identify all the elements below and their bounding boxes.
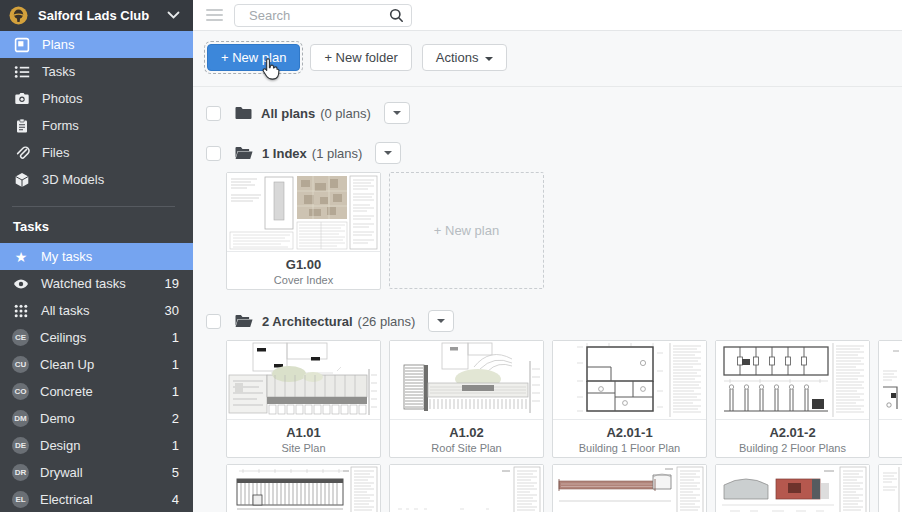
new-folder-button[interactable]: + New folder <box>310 44 411 71</box>
sidebar-item-label: Tasks <box>42 64 75 79</box>
camera-icon <box>13 90 30 107</box>
sidebar-item-ceilings[interactable]: CE Ceilings 1 <box>0 324 193 351</box>
sidebar-item-tasks[interactable]: Tasks <box>0 58 193 85</box>
plan-card-label: A1.01 Site Plan <box>227 420 380 457</box>
plan-title: Site Plan <box>227 442 380 454</box>
sidebar-item-my-tasks[interactable]: ★ My tasks <box>0 243 193 270</box>
tasks-section-title: Tasks <box>0 207 193 243</box>
folder-menu-button[interactable] <box>384 102 410 124</box>
plan-title: Building 2 Floor Plans <box>716 442 869 454</box>
plan-card-partial[interactable] <box>389 464 544 512</box>
task-count: 19 <box>165 276 179 291</box>
plans-content: + New plan + New folder Actions All plan… <box>193 32 902 512</box>
plan-card-label <box>879 420 902 457</box>
project-name: Salford Lads Club <box>38 8 167 23</box>
sidebar-item-3d-models[interactable]: 3D Models <box>0 166 193 193</box>
chevron-down-icon <box>167 11 180 20</box>
topbar <box>193 0 902 31</box>
plan-code: A2.01-2 <box>716 425 869 440</box>
sidebar-item-design[interactable]: DE Design 1 <box>0 432 193 459</box>
plan-thumbnail-sketch <box>553 465 706 512</box>
project-logo-icon <box>9 6 28 25</box>
clipboard-icon <box>13 117 30 134</box>
task-filter-label: All tasks <box>41 303 165 318</box>
category-badge: DR <box>12 464 29 481</box>
sidebar-item-forms[interactable]: Forms <box>0 112 193 139</box>
plan-thumbnail-sketch <box>716 465 869 512</box>
folder-plan-count: (1 plans) <box>312 146 363 161</box>
plan-thumbnail-sketch <box>390 465 543 512</box>
category-badge: CO <box>12 383 29 400</box>
plan-thumbnail-sketch <box>227 341 380 420</box>
folder-menu-button[interactable] <box>428 310 454 332</box>
category-badge: DM <box>12 410 29 427</box>
sidebar-item-files[interactable]: Files <box>0 139 193 166</box>
sidebar-item-label: 3D Models <box>42 172 104 187</box>
plan-card-partial[interactable] <box>715 464 870 512</box>
folder-plan-count: (0 plans) <box>320 106 371 121</box>
folder-menu-button[interactable] <box>375 142 401 164</box>
plan-card-partial[interactable] <box>878 340 902 458</box>
sidebar: Salford Lads Club Plans Tasks Photos For… <box>0 0 193 512</box>
eye-icon <box>12 276 30 292</box>
task-count: 2 <box>172 411 179 426</box>
plan-card-g1-00[interactable]: G1.00 Cover Index <box>226 172 381 290</box>
plan-card-partial[interactable] <box>552 464 707 512</box>
folder-checkbox[interactable] <box>206 314 221 329</box>
plan-thumbnail-sketch <box>716 341 869 420</box>
sidebar-item-photos[interactable]: Photos <box>0 85 193 112</box>
plan-title: Cover Index <box>227 274 380 286</box>
new-plan-button[interactable]: + New plan <box>207 44 300 71</box>
actions-button[interactable]: Actions <box>422 44 508 71</box>
task-filter-label: Concrete <box>40 384 172 399</box>
plan-card-label: G1.00 Cover Index <box>227 252 380 289</box>
plan-card-label: A1.02 Roof Site Plan <box>390 420 543 457</box>
category-badge: CU <box>12 356 29 373</box>
task-count: 1 <box>172 438 179 453</box>
folder-row-index: 1 Index (1 plans) <box>193 141 401 165</box>
sidebar-item-clean-up[interactable]: CU Clean Up 1 <box>0 351 193 378</box>
task-count: 30 <box>165 303 179 318</box>
plan-card-partial[interactable] <box>226 464 381 512</box>
plan-card-a1-01[interactable]: A1.01 Site Plan <box>226 340 381 458</box>
plan-card-a2-01-2[interactable]: A2.01-2 Building 2 Floor Plans <box>715 340 870 458</box>
search-input[interactable] <box>234 4 412 27</box>
star-icon: ★ <box>12 250 30 264</box>
folder-checkbox[interactable] <box>206 146 221 161</box>
sidebar-item-drywall[interactable]: DR Drywall 5 <box>0 459 193 486</box>
folder-checkbox[interactable] <box>206 106 221 121</box>
plan-card-label: A2.01-1 Building 1 Floor Plan <box>553 420 706 457</box>
plan-card-a1-02[interactable]: A1.02 Roof Site Plan <box>389 340 544 458</box>
task-filter-label: Ceilings <box>40 330 172 345</box>
folder-name: 2 Architectural <box>262 314 353 329</box>
plan-code: A1.02 <box>390 425 543 440</box>
sidebar-item-concrete[interactable]: CO Concrete 1 <box>0 378 193 405</box>
task-filter-label: Clean Up <box>40 357 172 372</box>
sidebar-item-plans[interactable]: Plans <box>0 31 193 58</box>
actions-button-label: Actions <box>436 50 479 65</box>
task-filter-label: Drywall <box>40 465 172 480</box>
sidebar-item-electrical[interactable]: EL Electrical 4 <box>0 486 193 512</box>
folder-name: All plans <box>261 106 315 121</box>
project-switcher[interactable]: Salford Lads Club <box>0 0 193 31</box>
task-filter-label: Electrical <box>40 492 172 507</box>
plan-card-a2-01-1[interactable]: A2.01-1 Building 1 Floor Plan <box>552 340 707 458</box>
plan-title: Roof Site Plan <box>390 442 543 454</box>
task-count: 4 <box>172 492 179 507</box>
folder-closed-icon <box>235 106 252 120</box>
sidebar-item-label: Photos <box>42 91 82 106</box>
folder-open-icon <box>235 314 253 328</box>
task-filter-label: My tasks <box>41 249 179 264</box>
task-count: 1 <box>172 330 179 345</box>
paperclip-icon <box>13 144 30 161</box>
new-plan-placeholder-card[interactable]: + New plan <box>389 172 544 289</box>
sidebar-item-all-tasks[interactable]: All tasks 30 <box>0 297 193 324</box>
menu-icon[interactable] <box>206 9 223 24</box>
folder-plan-count: (26 plans) <box>358 314 416 329</box>
plan-code: A2.01-1 <box>553 425 706 440</box>
toolbar: + New plan + New folder Actions <box>207 44 507 71</box>
plan-card-partial[interactable] <box>878 464 902 512</box>
sidebar-item-watched-tasks[interactable]: Watched tasks 19 <box>0 270 193 297</box>
folder-row-architectural: 2 Architectural (26 plans) <box>193 309 454 333</box>
sidebar-item-demo[interactable]: DM Demo 2 <box>0 405 193 432</box>
